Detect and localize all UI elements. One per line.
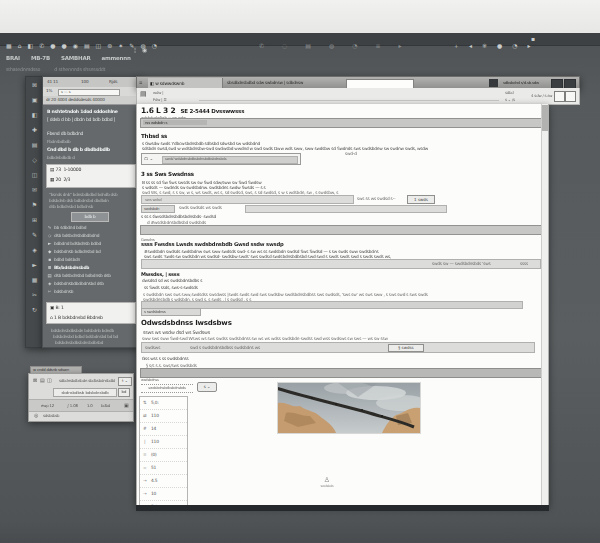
equals-icon: = <box>143 462 151 474</box>
menu-row: BRAIMB-7BSAMBHARammennn ¦ ◉ <box>0 45 600 56</box>
panel-row[interactable]: ⇅5,0: <box>140 397 187 410</box>
diamond-icon[interactable]: ◇ <box>26 152 43 167</box>
dropdown-button[interactable]: t ⌄ <box>118 377 132 386</box>
embedded-photo[interactable] <box>277 382 421 434</box>
list-item[interactable]: ✎bb sdbdnd bdbd <box>45 224 138 232</box>
small-button[interactable]: bdb b <box>71 212 109 222</box>
view-button[interactable] <box>554 91 565 102</box>
close-icon[interactable]: ⊠ <box>33 374 37 386</box>
overflow-icon[interactable]: ▪ <box>531 33 535 45</box>
text-line: Fbdnsbdbdb <box>47 139 102 144</box>
list-item[interactable]: ◆bdsbdnsb bdbdnsbd bd <box>45 248 138 256</box>
gem-icon[interactable]: ◈ <box>26 242 43 257</box>
dialog-input[interactable]: sbdnsbdbsb bdsbdnsbdb <box>53 388 117 397</box>
panel-dropdown-button[interactable]: s ⌄ <box>197 382 217 392</box>
table-icon[interactable]: ▦ <box>26 272 43 287</box>
list-item[interactable]: ✂bdsbdnsb <box>45 288 138 296</box>
toolbar-label[interactable]: Fdw | ≣ <box>153 96 193 103</box>
card-row[interactable]: ⌂ 1 B bdsbdnsbd Bbdnsb <box>47 313 135 323</box>
mail-icon[interactable]: ✉ <box>26 182 43 197</box>
window-icon[interactable]: ◫ <box>26 167 43 182</box>
card-row[interactable]: ▤ 73 1-10000 <box>47 165 135 175</box>
panel-row[interactable]: #14 <box>140 423 187 436</box>
table-icon: ▣ <box>50 305 54 310</box>
filter-button[interactable]: § swdss <box>388 344 424 352</box>
list-item-label: bdbdnd bdsbdnsb bdbd <box>54 241 101 246</box>
sidebar-toggle-icon[interactable]: ▤ <box>140 90 147 98</box>
panel-icon[interactable]: ◫ <box>47 374 52 386</box>
close-icon[interactable]: ⊠ <box>26 77 43 92</box>
status-card[interactable]: ▣ B: 1 ⌂ 1 B bdsbdnsbd Bbdnsb <box>46 302 136 324</box>
dialog-button[interactable]: bd <box>118 388 130 397</box>
filter-label: swdsws <box>145 345 175 350</box>
status-item: 1.0 <box>87 403 97 408</box>
list-item[interactable]: ▤dsb bdsbdnsbd bdbdnsb dsb <box>45 272 138 280</box>
title-rest: SE 2-5444 Dvsswwsss <box>180 108 244 114</box>
toolbar-label[interactable]: wdw | <box>153 89 193 96</box>
flag-icon[interactable]: ⚑ <box>26 197 43 212</box>
filter-bar[interactable]: swdsws swd s swdsbdnsbdbss swdsbdns ws §… <box>141 342 535 353</box>
scrollbar-thumb[interactable] <box>542 105 548 131</box>
list-item[interactable]: ▪bdbd bdsbdn <box>45 256 138 264</box>
panel-value: 110 <box>151 439 159 444</box>
panel-row[interactable]: →4.5 <box>140 475 187 488</box>
panel-row[interactable]: →10 <box>140 488 187 501</box>
brand-icon: ♙ <box>309 476 345 484</box>
section-number: 1.6 L 3 2 <box>141 106 176 115</box>
submenu-item[interactable]: sthatednmdsso <box>6 65 40 74</box>
values-panel[interactable]: ⇅5,0: ⇄110 #14 ❘110 ≡(0) =51 →4.5 →10 →5… <box>139 396 188 507</box>
summary-card[interactable]: ▤ 73 1-10000 ▦ 20 2/3 <box>46 164 136 188</box>
play-icon[interactable]: ► <box>26 257 43 272</box>
tag-chip[interactable]: s swdsbdnss <box>141 308 201 316</box>
attachment-box[interactable]: 🗀 ⌄ swds¹wdsbdnsbdbsbdnsbdbsbdnsbds <box>141 153 301 165</box>
add-icon[interactable]: ✚ <box>26 122 43 137</box>
panel-value: 51 <box>151 465 156 470</box>
list-icon[interactable]: ▤ <box>40 374 45 386</box>
submenu-item[interactable]: d sthennnds shsnssddt <box>54 65 105 74</box>
cut-icon[interactable]: ✂ <box>26 287 43 302</box>
panel-row[interactable]: =51 <box>140 462 187 475</box>
record-icon[interactable]: ◎ <box>34 409 38 421</box>
edit-icon[interactable]: ✎ <box>26 227 43 242</box>
card-row[interactable]: ▦ 20 2/3 <box>47 175 135 185</box>
scrollbar[interactable] <box>541 104 548 506</box>
list-section-header[interactable]: ≡Bb/bdsbdnsbdb <box>45 264 138 272</box>
list-icon[interactable]: ▤ <box>26 137 43 152</box>
toolbar-divider <box>199 100 499 101</box>
card-row[interactable]: ▣ B: 1 <box>47 303 135 313</box>
refresh-icon[interactable]: ↻ <box>26 302 43 317</box>
more-button[interactable]: 1 swds <box>407 195 435 204</box>
folder-icon: ▤ <box>50 167 54 172</box>
editor-field[interactable]: sws wdsd <box>141 195 354 204</box>
panel-value: 14 <box>151 426 156 431</box>
list-item[interactable]: ►bdbdnd bdsbdnsb bdbd <box>45 240 138 248</box>
dialog-link[interactable]: sdbdnsbdbsbdn sbdbsbdnsbdbb — sdb <box>59 378 115 383</box>
divider-bar[interactable] <box>140 225 545 235</box>
collapsed-bar[interactable] <box>140 368 542 378</box>
panel-row[interactable]: ❘110 <box>140 436 187 449</box>
paragraph: sww sws sww Swd-swd Wsws ws sws swdss sw… <box>142 336 542 341</box>
color-swatch[interactable] <box>489 79 498 87</box>
grid-icon[interactable]: ⊞ <box>26 212 43 227</box>
toolbar-zoom[interactable]: 4 sdw / s.sw <box>531 92 553 99</box>
record-icon[interactable]: ◉ <box>142 44 147 56</box>
quote-field[interactable]: swds sw — swdsbdnsbds 'sws ssss <box>141 259 541 269</box>
list-item[interactable]: ◈bdsbdnsbdbdbdnsbd dsb <box>45 280 138 288</box>
list-item-label: dsb bdsbdnsbdbdbdnd <box>54 233 99 238</box>
checkbox-row[interactable]: s ss s Gwsdsbdnsbdbsbdnsbds- swdsd <box>141 214 341 219</box>
submenu-words: sthatednmdssod sthennnds shsnssddt <box>6 56 119 75</box>
list-item[interactable]: ◇dsb bdsbdnsbdbdbdnd <box>45 232 138 240</box>
notice-bar[interactable]: rss wdsbdn s <box>140 118 545 128</box>
attachment-field[interactable]: swds¹wdsbdnsbdbsbdnsbdbsbdnsbds <box>162 156 298 164</box>
section-heading: Thbsd ss <box>141 133 261 139</box>
reply-field[interactable] <box>245 205 447 213</box>
panel-icon[interactable]: ◧ <box>26 107 43 122</box>
panel-row[interactable]: ⇄110 <box>140 410 187 423</box>
panel-row[interactable]: ≡(0) <box>140 449 187 462</box>
view-button[interactable] <box>565 91 576 102</box>
folder-icon[interactable]: ▣ <box>26 92 43 107</box>
reply-chip[interactable]: swdsbdn <box>141 205 175 213</box>
arrow-right-icon: → <box>143 488 151 500</box>
status-item: bdbd <box>101 403 117 408</box>
text-line: bdsbdnsbdbsbdn bdsbdnb bdndb <box>51 328 133 333</box>
